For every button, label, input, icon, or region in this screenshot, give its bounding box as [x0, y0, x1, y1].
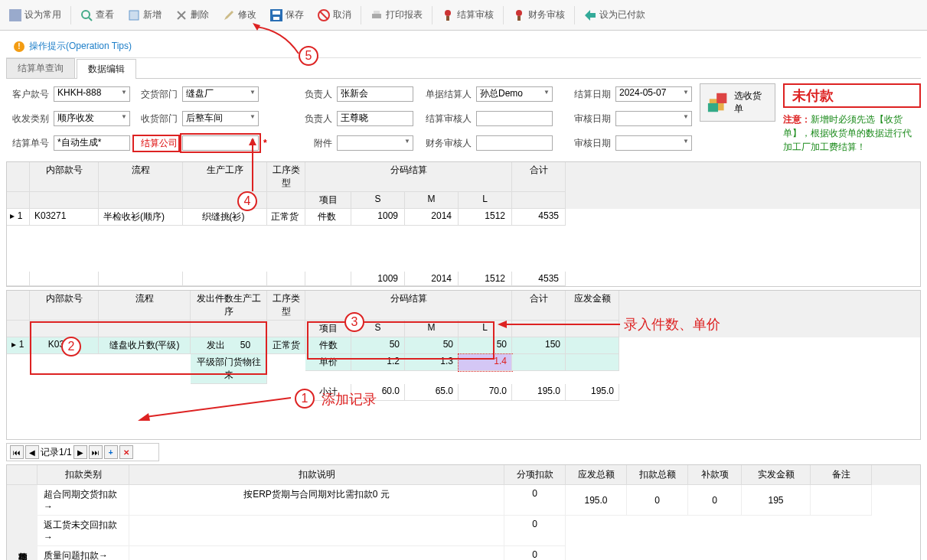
print-button[interactable]: 打印报表 [364, 5, 429, 24]
add-button[interactable]: 新增 [122, 5, 168, 24]
settle-company-label: 结算公司 [135, 137, 178, 150]
svg-rect-11 [372, 14, 381, 18]
select-receipt-button[interactable]: 选收货单 [700, 83, 775, 122]
ded-col-desc: 扣款说明 [129, 465, 504, 485]
ded-col-total-due: 应发总额 [566, 465, 627, 485]
nav-first[interactable]: ⏮ [10, 445, 24, 459]
save-button[interactable]: 保存 [264, 5, 310, 24]
col-proc-type: 工序类型 [267, 162, 305, 192]
settle-date-label: 结算日期 [557, 88, 611, 101]
svg-rect-8 [273, 17, 279, 20]
col-s: S [351, 192, 405, 209]
ded-col-sub: 分项扣款 [504, 465, 566, 485]
fin-auditor-input[interactable] [476, 135, 553, 151]
ded-row[interactable]: 超合同期交货扣款→ 按ERP货期与合同期对比需扣款0 元 0 195.0 0 0… [38, 485, 920, 516]
col-l: L [459, 192, 512, 209]
deliver-dept-label: 交货部门 [135, 88, 178, 101]
settle-auditor-input[interactable] [476, 111, 553, 126]
recv-dept-input[interactable]: 后整车间 [182, 111, 259, 126]
tab-data-edit[interactable]: 数据编辑 [77, 59, 136, 79]
settle-auditor-label: 结算审核人 [418, 112, 472, 125]
bill-settler-input[interactable]: 孙总Demo [476, 86, 553, 102]
svg-line-26 [145, 398, 291, 417]
supp-cell: 0 [688, 485, 742, 516]
col-total: 合计 [512, 162, 566, 192]
settle-no-input[interactable]: *自动生成* [54, 135, 130, 151]
deduction-group-label: 扣款项归类 [7, 485, 38, 560]
svg-marker-23 [249, 138, 256, 145]
g2-col-size-group: 分码结算 [305, 291, 512, 321]
fin-auditor-label: 财务审核人 [418, 137, 472, 150]
delete-button[interactable]: 删除 [169, 5, 215, 24]
col-style: 内部款号 [30, 162, 99, 192]
svg-line-2 [89, 18, 92, 21]
remark-cell[interactable] [811, 485, 872, 516]
settle-date-input[interactable]: 2024-05-07 [615, 86, 692, 102]
svg-marker-25 [498, 321, 507, 328]
ded-row[interactable]: 返工货未交回扣款→0 [38, 516, 920, 546]
annotation-2: 2 [61, 337, 81, 357]
svg-point-13 [445, 10, 451, 16]
audit-date-input[interactable] [615, 111, 692, 126]
svg-rect-19 [716, 93, 726, 103]
attach-input[interactable] [337, 135, 413, 151]
actual-cell: 195 [742, 485, 811, 516]
finance-audit-button[interactable]: 财务审核 [507, 5, 571, 24]
deliver-dept-input[interactable]: 缝盘厂 [182, 86, 259, 102]
cancel-button[interactable]: 取消 [312, 5, 357, 24]
rx-type-input[interactable]: 顺序收发 [54, 111, 130, 126]
nav-next[interactable]: ▶ [73, 445, 87, 459]
nav-delete[interactable]: ✕ [119, 445, 133, 459]
owner2-input[interactable]: 王尊晓 [337, 111, 413, 126]
select-receipt-icon [707, 90, 730, 115]
col-m: M [405, 192, 459, 209]
svg-rect-14 [446, 16, 449, 21]
g2-col-proc-type: 工序类型 [267, 291, 305, 321]
svg-marker-21 [253, 23, 260, 31]
audit-date2-input[interactable] [615, 135, 692, 151]
rx-type-label: 收发类别 [6, 112, 49, 125]
set-common-button[interactable]: 设为常用 [3, 5, 67, 24]
view-button[interactable]: 查看 [74, 5, 120, 24]
customer-style-input[interactable]: KHKH-888 [54, 86, 130, 102]
svg-rect-16 [517, 16, 521, 21]
set-paid-button[interactable]: 设为已付款 [578, 5, 651, 24]
tab-query[interactable]: 结算单查询 [6, 58, 75, 78]
ded-col-supp: 补款项 [688, 465, 742, 485]
svg-rect-7 [273, 11, 280, 15]
g2-row-price[interactable]: 平级部门货物往来 单价 1.2 1.3 1.4 [7, 354, 920, 384]
owner-input[interactable]: 张新会 [337, 86, 413, 102]
svg-rect-12 [374, 11, 380, 14]
price-l-cell[interactable]: 1.4 [459, 354, 512, 371]
g2-col-total: 合计 [512, 291, 566, 321]
annotation-3: 3 [344, 312, 364, 332]
nav-add[interactable]: + [104, 445, 118, 459]
record-position: 记录1/1 [41, 446, 72, 459]
svg-point-1 [82, 11, 90, 18]
grid1-totals: 1009 2014 1512 4535 [7, 272, 920, 286]
annotation-4: 4 [237, 191, 257, 211]
col-item: 项目 [305, 192, 351, 209]
ded-row[interactable]: 质量问题扣款→0 [38, 546, 920, 560]
owner-label: 负责人 [289, 88, 332, 101]
receipt-grid: 内部款号 流程 生产工序 工序类型 分码结算 合计 项目 S M L ▸ 1 K… [6, 161, 921, 287]
edit-button[interactable]: 修改 [217, 5, 263, 24]
ded-col-cat: 扣款类别 [38, 465, 129, 485]
record-navigator: ⏮ ◀ 记录1/1 ▶ ⏭ + ✕ [6, 443, 159, 461]
info-icon: ! [14, 41, 24, 52]
annotation-add-record: 添加记录 [322, 390, 377, 409]
toolbar: 设为常用 查看 新增 删除 修改 保存 取消 打印报表 结算审核 财务审核 设为… [0, 0, 927, 31]
recv-dept-label: 收货部门 [135, 112, 178, 125]
operation-tips[interactable]: ! 操作提示(Operation Tips) [6, 35, 921, 58]
grid1-row[interactable]: ▸ 1 K03271 半检收衫(顺序) 织缝挑(衫) 正常货 件数 1009 2… [7, 209, 920, 226]
warning-text: 注意：新增时必须先选【收货单】，根据收货单的数据进行代加工厂加工费结算！ [783, 112, 921, 154]
nav-last[interactable]: ⏭ [89, 445, 103, 459]
svg-marker-27 [138, 413, 150, 421]
g2-row-pcs[interactable]: ▸ 1 K03271 缝盘收片数(平级) 发出 50 正常货 件数 50 50 … [7, 337, 920, 354]
nav-prev[interactable]: ◀ [25, 445, 39, 459]
svg-line-10 [320, 11, 328, 19]
settle-audit-button[interactable]: 结算审核 [436, 5, 500, 24]
ded-col-ded-total: 扣款总额 [627, 465, 688, 485]
svg-rect-20 [708, 103, 718, 112]
ded-col-remark: 备注 [811, 465, 872, 485]
